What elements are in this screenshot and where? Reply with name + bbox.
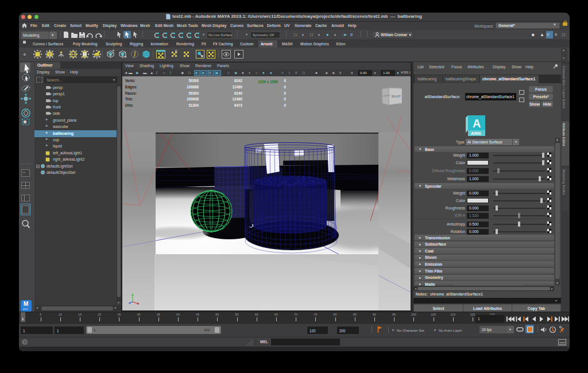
svg-text:A: A — [473, 117, 481, 130]
svg-text:ARN: ARN — [471, 131, 481, 136]
svg-text:RIGHT: RIGHT — [392, 95, 401, 98]
